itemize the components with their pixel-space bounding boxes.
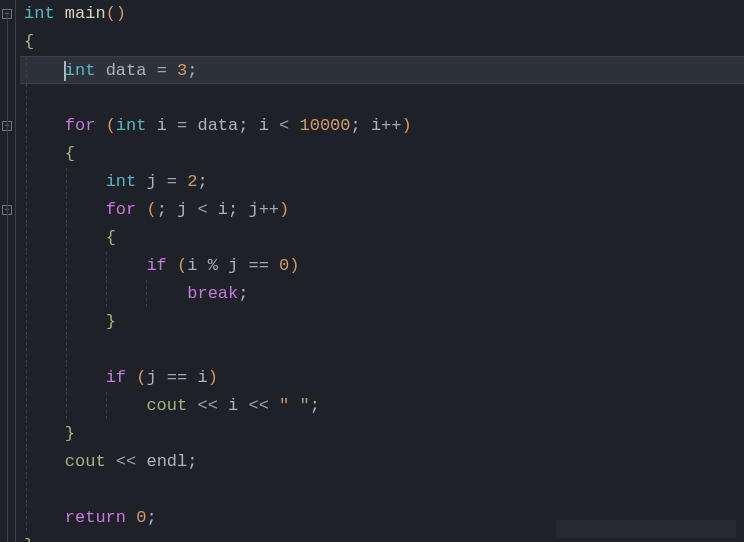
token-kw-type: int: [116, 116, 147, 135]
token-punct: ;: [238, 284, 248, 303]
token-brace: {: [24, 32, 34, 51]
token-var: j: [248, 200, 258, 219]
token-stream: cout: [65, 452, 106, 471]
token-var: data: [197, 116, 238, 135]
token-punct: [187, 116, 197, 135]
token-punct: ;: [187, 61, 197, 80]
token-punct: [157, 368, 167, 387]
code-line[interactable]: [20, 336, 744, 364]
token-op: %: [208, 256, 218, 275]
token-punct: ;: [146, 508, 156, 527]
token-brace: {: [65, 144, 75, 163]
code-line[interactable]: if (i % j == 0): [20, 252, 744, 280]
token-punct: ;: [187, 452, 197, 471]
token-num: 2: [187, 172, 197, 191]
code-line[interactable]: }: [20, 420, 744, 448]
code-line[interactable]: int main(): [20, 0, 744, 28]
token-var: i: [259, 116, 269, 135]
token-punct: ;: [197, 172, 207, 191]
token-punct: [95, 61, 105, 80]
token-punct: [269, 116, 279, 135]
token-kw-ctrl: for: [106, 200, 137, 219]
token-op: =: [177, 116, 187, 135]
token-kw-ctrl: if: [106, 368, 126, 387]
token-bracket-y: (: [146, 200, 156, 219]
token-brace: {: [106, 228, 116, 247]
token-bracket-y: (: [106, 116, 116, 135]
token-punct: [146, 61, 156, 80]
code-line[interactable]: {: [20, 28, 744, 56]
token-bracket-y: ): [289, 256, 299, 275]
token-bracket-y: ): [279, 200, 289, 219]
code-line[interactable]: {: [20, 224, 744, 252]
token-op: <<: [248, 396, 268, 415]
token-var: i: [157, 116, 167, 135]
token-punct: [55, 4, 65, 23]
token-punct: [95, 116, 105, 135]
token-punct: [126, 368, 136, 387]
token-var: j: [146, 172, 156, 191]
code-line[interactable]: for (; j < i; j++): [20, 196, 744, 224]
token-punct: [146, 116, 156, 135]
token-var: endl: [146, 452, 187, 471]
token-punct: [106, 452, 116, 471]
token-num: 3: [177, 61, 187, 80]
token-var: i: [371, 116, 381, 135]
code-line[interactable]: {: [20, 140, 744, 168]
code-line[interactable]: [20, 476, 744, 504]
token-stream: cout: [146, 396, 187, 415]
token-op: <<: [197, 396, 217, 415]
token-str: " ": [279, 396, 310, 415]
token-kw-ctrl: break: [187, 284, 238, 303]
token-punct: [218, 396, 228, 415]
code-line[interactable]: }: [20, 308, 744, 336]
token-bracket-y: ): [116, 4, 126, 23]
token-kw-ctrl: if: [146, 256, 166, 275]
token-op: =: [157, 61, 167, 80]
code-area[interactable]: int main(){ int data = 3; for (int i = d…: [16, 0, 744, 542]
token-bracket-y: (: [177, 256, 187, 275]
token-punct: [136, 200, 146, 219]
token-punct: ;: [238, 116, 258, 135]
token-op: =: [167, 172, 177, 191]
token-punct: [167, 256, 177, 275]
token-punct: [187, 368, 197, 387]
token-punct: ;: [351, 116, 371, 135]
code-editor[interactable]: −−− int main(){ int data = 3; for (int i…: [0, 0, 744, 542]
token-punct: ;: [228, 200, 248, 219]
token-punct: [269, 396, 279, 415]
token-punct: [136, 172, 146, 191]
token-kw-ctrl: for: [65, 116, 96, 135]
token-punct: [177, 172, 187, 191]
token-punct: [136, 452, 146, 471]
token-num: 0: [279, 256, 289, 275]
code-line[interactable]: cout << i << " ";: [20, 392, 744, 420]
code-line[interactable]: for (int i = data; i < 10000; i++): [20, 112, 744, 140]
status-bar: [556, 520, 736, 538]
token-op: ++: [381, 116, 401, 135]
token-var: j: [177, 200, 187, 219]
token-bracket-y: ): [208, 368, 218, 387]
code-line[interactable]: break;: [20, 280, 744, 308]
token-kw-type: int: [106, 172, 137, 191]
token-op: ++: [259, 200, 279, 219]
token-punct: [167, 116, 177, 135]
code-line[interactable]: [20, 84, 744, 112]
token-op: <<: [116, 452, 136, 471]
fold-gutter: −−−: [0, 0, 16, 542]
code-line[interactable]: int data = 3;: [20, 56, 744, 84]
token-var: i: [228, 396, 238, 415]
token-bracket-y: (: [136, 368, 146, 387]
token-var: i: [197, 368, 207, 387]
token-num: 10000: [299, 116, 350, 135]
token-punct: ;: [310, 396, 320, 415]
token-punct: [269, 256, 279, 275]
token-var: i: [187, 256, 197, 275]
token-kw-type: int: [65, 61, 96, 80]
token-punct: [289, 116, 299, 135]
token-op: <: [279, 116, 289, 135]
token-var: i: [218, 200, 228, 219]
code-line[interactable]: int j = 2;: [20, 168, 744, 196]
code-line[interactable]: if (j == i): [20, 364, 744, 392]
code-line[interactable]: cout << endl;: [20, 448, 744, 476]
